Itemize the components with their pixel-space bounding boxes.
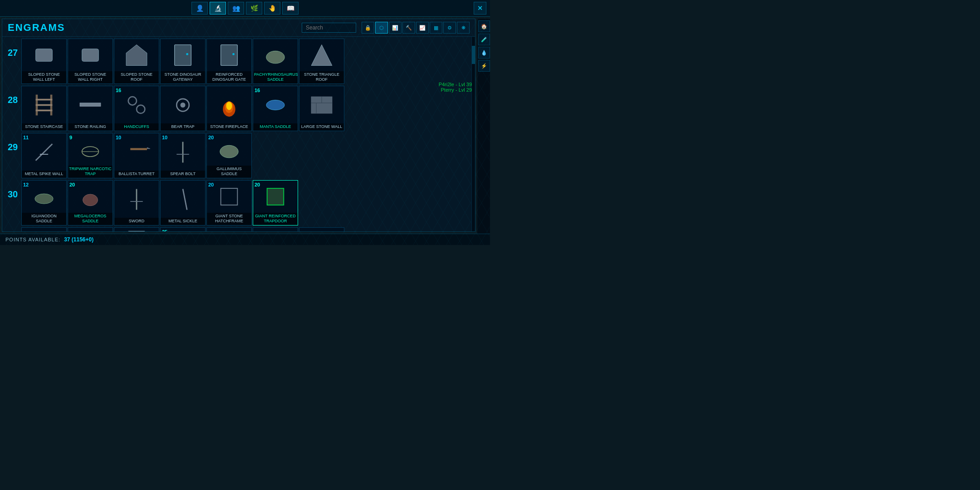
engram-item[interactable]: Reinforced Double Door <box>253 227 298 231</box>
engram-image <box>77 86 104 123</box>
svg-point-37 <box>83 194 98 206</box>
engram-name: Large Stone Wall <box>299 123 344 131</box>
engram-item[interactable]: 9Tripwire Narcotic Trap <box>68 133 113 178</box>
engram-item[interactable]: 20Giant Reinforced Trapdoor <box>253 180 298 225</box>
svg-point-7 <box>266 51 284 64</box>
engram-item[interactable]: 10Ballista Turret <box>114 133 159 178</box>
engram-image <box>169 181 196 218</box>
svg-rect-41 <box>221 188 238 205</box>
engram-image <box>262 86 289 123</box>
engram-name: Giant Stone Hatchframe <box>207 213 251 225</box>
close-button[interactable]: ✕ <box>474 2 486 15</box>
engram-item[interactable]: Large Stone Wall <box>299 86 344 131</box>
nav-engrams-btn[interactable]: 🔬 <box>210 2 226 15</box>
svg-marker-2 <box>126 45 147 66</box>
svg-rect-31 <box>130 148 147 150</box>
svg-point-16 <box>137 105 145 113</box>
scrollbar[interactable] <box>471 37 475 231</box>
engram-image <box>169 133 196 171</box>
svg-rect-11 <box>36 98 53 100</box>
engram-image <box>308 86 335 123</box>
nav-map-btn[interactable]: 🌿 <box>246 2 262 15</box>
svg-rect-3 <box>175 45 191 66</box>
engram-image <box>77 228 104 231</box>
svg-rect-12 <box>36 104 53 106</box>
engram-item[interactable]: Reinforced Dinosaur Gate <box>206 39 252 84</box>
engram-name: Reinforced Dinosaur Gate <box>207 71 251 83</box>
engram-item[interactable]: Stone Triangle Roof <box>299 39 344 84</box>
engram-item[interactable]: 20Giant Stone Hatchframe <box>206 180 252 225</box>
engram-item[interactable]: 25Catapult Turret <box>160 227 206 231</box>
svg-point-22 <box>266 100 284 110</box>
svg-rect-5 <box>221 45 238 66</box>
engram-name: Stone Triangle Roof <box>299 71 344 83</box>
engram-item[interactable]: Sloped Stone Wall Left <box>21 39 67 84</box>
svg-rect-47 <box>128 231 145 231</box>
engram-item[interactable]: 16Handcuffs <box>114 86 159 131</box>
engram-cost: 10 <box>116 135 121 140</box>
engram-item[interactable]: Stone Dinosaur Gateway <box>160 39 206 84</box>
engram-image <box>77 39 104 71</box>
engram-image <box>262 181 289 213</box>
svg-point-36 <box>35 194 53 204</box>
nav-notes-btn[interactable]: 📖 <box>282 2 299 15</box>
engram-item[interactable]: Sword <box>114 180 159 225</box>
engram-item[interactable]: 16Manta Saddle <box>253 86 298 131</box>
engram-image <box>308 228 335 231</box>
engram-image <box>30 39 58 71</box>
engram-cost: 10 <box>162 135 167 140</box>
engram-cost: 16 <box>116 88 121 93</box>
engram-item[interactable]: Stone Railing <box>68 86 113 131</box>
dino-line2: Pterry - Lvl 29 <box>439 87 472 93</box>
engram-cost: 9 <box>69 135 72 140</box>
engram-item[interactable]: Bear Trap <box>160 86 206 131</box>
engram-item[interactable]: Sloped Stone Roof <box>114 39 159 84</box>
engram-image <box>123 133 150 171</box>
engram-name: Stone Railing <box>68 123 113 131</box>
engram-item[interactable]: Pachyrhinosaurus Saddle <box>253 39 298 84</box>
engram-name: Giant Reinforced Trapdoor <box>253 213 298 225</box>
engram-item[interactable]: Stone Fireplace <box>206 86 252 131</box>
engram-name: Manta Saddle <box>253 123 298 131</box>
engram-item[interactable]: Stone Double Doorframe <box>299 227 344 231</box>
engram-image <box>169 228 196 231</box>
engram-name: Sword <box>114 218 159 225</box>
dino-line1: P4ri2le - Lvl 39 <box>439 82 472 87</box>
engram-item[interactable]: Behemoth Stone Dinosaur Gateway <box>68 227 113 231</box>
engram-item[interactable]: Large Bear Trap <box>21 227 67 231</box>
svg-rect-1 <box>82 49 99 62</box>
engram-item[interactable]: Sloped Stone Wall Right <box>68 39 113 84</box>
engram-image <box>216 133 243 166</box>
engram-item[interactable]: Mammoth Saddle <box>206 227 252 231</box>
engram-image <box>216 86 243 123</box>
engram-name: Gallimimus Saddle <box>207 166 251 178</box>
nav-imprint-btn[interactable]: 🤚 <box>264 2 280 15</box>
engram-name: Pachyrhinosaurus Saddle <box>253 71 298 83</box>
engram-item[interactable]: 20Gallimimus Saddle <box>206 133 252 178</box>
nav-player-btn[interactable]: 👤 <box>191 2 208 15</box>
engram-item[interactable]: Metal Sickle <box>160 180 206 225</box>
svg-rect-6 <box>232 53 235 55</box>
engram-item[interactable]: 12Iguanodon Saddle <box>21 180 67 225</box>
engram-image <box>123 228 150 231</box>
engram-image <box>216 39 243 71</box>
engram-image <box>216 181 243 213</box>
engram-item[interactable]: Stone Staircase <box>21 86 67 131</box>
dino-info: P4ri2le - Lvl 39 Pterry - Lvl 29 <box>439 82 472 93</box>
engram-image <box>262 39 289 71</box>
engram-cost: 20 <box>69 182 75 187</box>
engram-item[interactable]: Behemoth Reinforced Dinosaur Gate <box>114 227 159 231</box>
engram-name: Sloped Stone Roof <box>114 71 159 83</box>
engram-image <box>123 39 150 71</box>
svg-rect-0 <box>36 49 53 62</box>
engram-cost: 25 <box>162 229 167 231</box>
top-nav: 👤 🔬 👥 🌿 🤚 📖 ✕ <box>0 0 490 17</box>
svg-marker-32 <box>147 147 150 151</box>
svg-marker-8 <box>311 45 332 66</box>
engram-item[interactable]: 20Megaloceros Saddle <box>68 180 113 225</box>
engram-item[interactable]: 11Metal Spike Wall <box>21 133 67 178</box>
engram-name: Megaloceros Saddle <box>68 213 113 225</box>
nav-tribe-btn[interactable]: 👥 <box>228 2 244 15</box>
svg-line-27 <box>36 144 53 161</box>
engram-item[interactable]: 10Spear Bolt <box>160 133 206 178</box>
